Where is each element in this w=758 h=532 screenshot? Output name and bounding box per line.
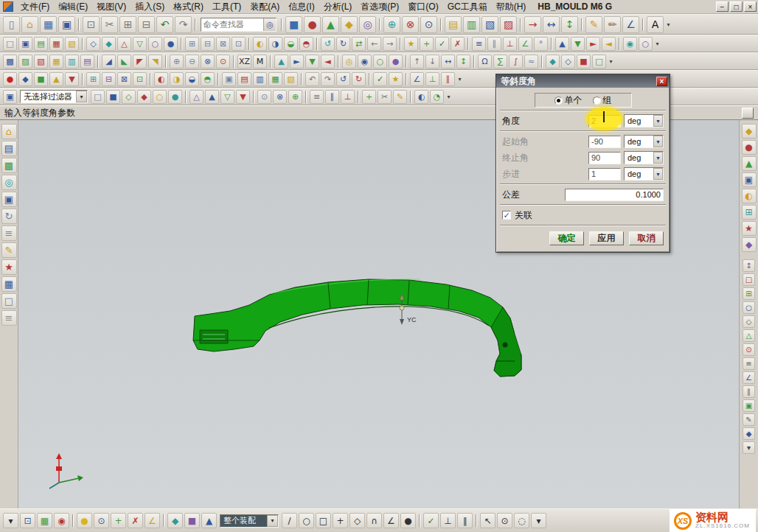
toolbar-icon[interactable]: □ — [316, 513, 331, 528]
toolbar-icon[interactable]: ● — [304, 16, 321, 33]
toolbar-icon[interactable]: ▲ — [555, 37, 569, 51]
menu-edit[interactable]: 编辑(E) — [54, 0, 92, 14]
toolbar-icon[interactable]: ▾ — [743, 441, 755, 454]
toolbar-icon[interactable]: ⊞ — [743, 287, 755, 300]
toolbar-icon[interactable]: A — [647, 16, 664, 33]
menu-help[interactable]: 帮助(H) — [492, 0, 531, 14]
toolbar-icon[interactable]: ◆ — [341, 16, 358, 33]
toolbar-icon[interactable]: ★ — [389, 72, 403, 86]
toolbar-icon[interactable]: ⊙ — [94, 513, 109, 528]
toolbar-icon[interactable]: ▣ — [3, 90, 17, 104]
toolbar-icon[interactable]: ↑ — [410, 55, 424, 69]
toolbar-icon[interactable]: ▧ — [481, 16, 498, 33]
toolbar-icon[interactable]: ■ — [577, 55, 591, 69]
toolbar-icon[interactable]: ↖ — [480, 513, 496, 528]
toolbar-icon[interactable]: ↓ — [425, 55, 439, 69]
toolbar-icon[interactable]: Ω — [478, 55, 492, 69]
toolbar-icon[interactable]: ⊥ — [425, 72, 439, 86]
toolbar-icon[interactable]: ▽ — [220, 90, 234, 104]
toolbar-icon[interactable]: ◐ — [742, 189, 757, 203]
toolbar-icon[interactable]: ⊞ — [742, 205, 757, 220]
toolbar-icon[interactable]: ▯ — [3, 16, 20, 33]
close-icon[interactable]: × — [656, 77, 667, 86]
toolbar-icon[interactable]: ∠ — [145, 513, 160, 528]
menu-format[interactable]: 格式(R) — [169, 0, 208, 14]
dropdown-arrow-icon[interactable]: ▾ — [445, 94, 453, 100]
toolbar-icon[interactable]: ✎ — [393, 90, 407, 104]
toolbar-icon[interactable]: ✏ — [604, 16, 621, 33]
toolbar-icon[interactable]: ⊙ — [257, 90, 271, 104]
toolbar-icon[interactable]: ○ — [743, 301, 755, 314]
toolbar-icon[interactable]: ◆ — [102, 37, 116, 51]
angle-unit-dropdown[interactable]: deg ▼ — [624, 114, 664, 127]
toolbar-icon[interactable]: ✗ — [128, 513, 143, 528]
toolbar-icon[interactable]: ⊞ — [119, 16, 136, 33]
menu-analysis[interactable]: 分析(L) — [319, 0, 357, 14]
toolbar-icon[interactable]: ✓ — [373, 72, 387, 86]
toolbar-icon[interactable]: ★ — [742, 221, 757, 236]
toolbar-icon[interactable]: □ — [91, 90, 105, 104]
radio-group[interactable]: 组 — [593, 94, 612, 107]
toolbar-icon[interactable]: ≡ — [310, 90, 324, 104]
minimize-button[interactable]: − — [716, 1, 729, 12]
toolbar-icon[interactable]: ⊥ — [503, 37, 517, 51]
toolbar-icon[interactable]: ▲ — [322, 16, 339, 33]
toolbar-icon[interactable]: ▾ — [531, 513, 546, 528]
toolbar-icon[interactable]: ⊕ — [288, 90, 302, 104]
radio-single[interactable]: 单个 — [554, 94, 583, 107]
chevron-down-icon[interactable]: ▼ — [653, 115, 663, 127]
toolbar-icon[interactable]: ∩ — [366, 513, 382, 528]
toolbar-icon[interactable]: ■ — [106, 90, 120, 104]
toolbar-icon[interactable]: ● — [400, 513, 416, 528]
toolbar-icon[interactable]: □ — [743, 273, 755, 286]
toolbar-icon[interactable]: ★ — [1, 259, 17, 275]
toolbar-icon[interactable]: ▣ — [743, 399, 755, 412]
toolbar-icon[interactable]: ▥ — [253, 72, 267, 86]
menu-tools[interactable]: 工具(T) — [208, 0, 246, 14]
toolbar-icon[interactable]: ◉ — [54, 513, 69, 528]
toolbar-icon[interactable]: ▾ — [3, 513, 18, 528]
toolbar-icon[interactable]: ► — [586, 37, 600, 51]
dialog-titlebar[interactable]: 等斜度角 × — [496, 74, 670, 88]
toolbar-icon[interactable]: ◇ — [86, 37, 100, 51]
toolbar-icon[interactable]: △ — [743, 329, 755, 342]
toolbar-icon[interactable]: ⊥ — [440, 513, 456, 528]
toolbar-icon[interactable]: ⊞ — [86, 72, 100, 86]
toolbar-icon[interactable]: ◆ — [742, 124, 757, 139]
menu-assemblies[interactable]: 装配(A) — [246, 0, 284, 14]
toolbar-icon[interactable]: ⊥ — [341, 90, 355, 104]
toolbar-icon[interactable]: ◎ — [359, 16, 376, 33]
toolbar-icon[interactable]: ⊡ — [133, 72, 147, 86]
dropdown-arrow-icon[interactable]: ▾ — [664, 21, 672, 28]
toolbar-icon[interactable]: ⇄ — [352, 37, 366, 51]
toolbar-icon[interactable]: ∥ — [441, 72, 455, 86]
toolbar-icon[interactable]: ▦ — [37, 513, 52, 528]
menu-preferences[interactable]: 首选项(P) — [356, 0, 403, 14]
toolbar-icon[interactable]: ○ — [148, 37, 162, 51]
maximize-button[interactable]: □ — [730, 1, 743, 12]
toolbar-icon[interactable]: ▣ — [58, 16, 75, 33]
toolbar-icon[interactable]: ▼ — [305, 55, 319, 69]
toolbar-icon[interactable]: ◆ — [167, 513, 183, 528]
menu-view[interactable]: 视图(V) — [92, 0, 131, 14]
toolbar-icon[interactable]: ◢ — [102, 55, 116, 69]
toolbar-icon[interactable]: ◄ — [602, 37, 616, 51]
toolbar-icon[interactable]: ▲ — [49, 72, 63, 86]
toolbar-icon[interactable]: ⊞ — [185, 37, 199, 51]
toolbar-icon[interactable]: ◄ — [321, 55, 335, 69]
toolbar-icon[interactable]: ◆ — [742, 237, 757, 252]
toolbar-icon[interactable]: ◎ — [342, 55, 356, 69]
toolbar-icon[interactable]: ⊗ — [273, 90, 287, 104]
toolbar-icon[interactable]: ↻ — [1, 209, 17, 224]
close-button[interactable]: × — [744, 1, 757, 12]
dropdown-arrow-icon[interactable]: ▾ — [653, 41, 661, 47]
toolbar-icon[interactable]: ✂ — [101, 16, 118, 33]
toolbar-icon[interactable]: ◣ — [117, 55, 131, 69]
toolbar-icon[interactable]: □ — [592, 55, 606, 69]
toolbar-icon[interactable]: ▧ — [284, 72, 298, 86]
toolbar-icon[interactable]: ↕ — [743, 259, 755, 272]
toolbar-icon[interactable]: ✂ — [378, 90, 392, 104]
toolbar-icon[interactable]: ● — [164, 37, 178, 51]
toolbar-icon[interactable]: ↔ — [441, 55, 455, 69]
toolbar-icon[interactable]: ◐ — [414, 90, 428, 104]
